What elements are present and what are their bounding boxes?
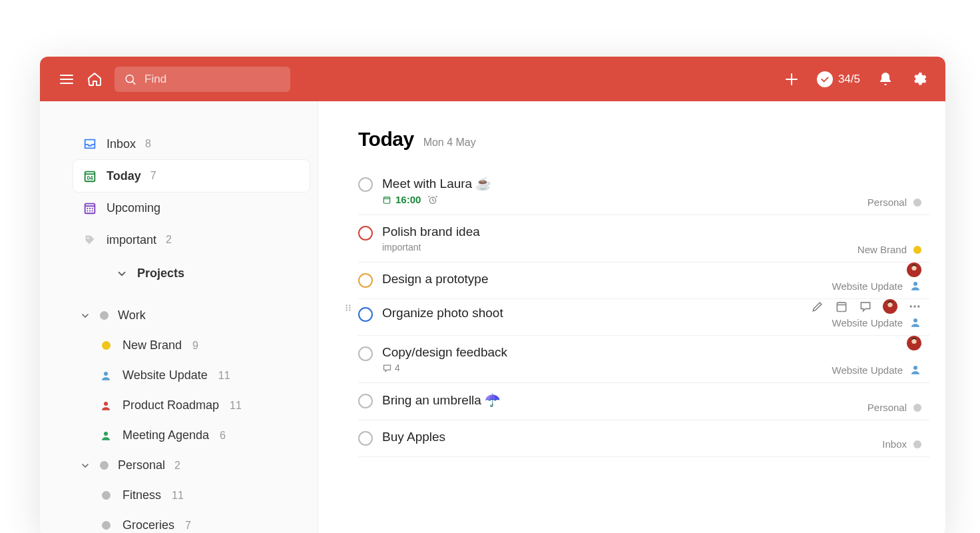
gear-icon[interactable] [911, 71, 927, 87]
sidebar-item-important[interactable]: important 2 [73, 224, 310, 256]
svg-point-19 [104, 372, 108, 376]
group-label: Personal [118, 458, 165, 472]
task-checkbox[interactable] [358, 273, 373, 288]
sidebar-item-inbox[interactable]: Inbox 8 [73, 128, 310, 160]
check-circle-icon [817, 71, 833, 87]
app-header: 34/5 [40, 57, 945, 101]
task-row[interactable]: Organize photo shoot Website Update [358, 299, 929, 336]
project-dot-icon [100, 520, 112, 532]
task-row[interactable]: Design a prototype Website Update [358, 263, 929, 299]
project-count: 6 [220, 430, 226, 442]
task-checkbox[interactable] [358, 394, 373, 408]
task-row[interactable]: Copy/design feedback 4 Website Update [358, 336, 929, 383]
svg-text:04: 04 [87, 175, 93, 181]
alarm-icon [427, 195, 438, 205]
drag-handle-icon[interactable] [344, 303, 353, 315]
nav-count: 7 [150, 170, 156, 182]
search-icon [124, 72, 136, 87]
task-project-chip[interactable]: Personal [867, 402, 921, 413]
home-icon[interactable] [87, 71, 103, 87]
task-project-chip[interactable]: Website Update [832, 280, 921, 292]
productivity-score[interactable]: 34/5 [817, 71, 860, 87]
project-dot-icon [913, 246, 921, 254]
sidebar: Inbox 8 04 Today 7 Upcoming [40, 101, 318, 533]
sidebar-item-today[interactable]: 04 Today 7 [73, 160, 310, 192]
project-dot-icon [913, 404, 921, 412]
task-title: Polish brand idea [382, 225, 929, 239]
schedule-icon[interactable] [835, 300, 848, 313]
search-box[interactable] [115, 67, 290, 92]
svg-line-27 [429, 196, 430, 197]
menu-icon[interactable] [59, 71, 75, 87]
task-row[interactable]: Meet with Laura ☕ 16:00 Personal [358, 167, 929, 215]
search-input[interactable] [144, 73, 281, 86]
person-icon [909, 316, 921, 328]
task-project-chip[interactable]: New Brand [858, 244, 921, 255]
sidebar-project-product-roadmap[interactable]: Product Roadmap 11 [80, 390, 318, 420]
project-count: 11 [230, 400, 242, 412]
projects-section-header[interactable]: Projects [73, 256, 310, 287]
more-icon[interactable] [908, 300, 921, 313]
task-project-chip[interactable]: Website Update [832, 364, 921, 376]
project-label: Website Update [122, 368, 208, 382]
bell-icon[interactable] [877, 71, 893, 87]
project-dot-icon [100, 461, 109, 470]
svg-line-26 [433, 200, 434, 201]
task-project-chip[interactable]: Inbox [882, 438, 921, 450]
nav-label: important [107, 233, 156, 247]
sidebar-project-groceries[interactable]: Groceries 7 [80, 510, 318, 533]
project-count: 11 [172, 490, 184, 502]
task-row[interactable]: Buy Apples Inbox [358, 420, 929, 457]
svg-point-31 [346, 304, 348, 306]
svg-line-4 [132, 81, 135, 84]
task-title: Bring an umbrella ☂️ [382, 392, 929, 408]
svg-point-42 [917, 305, 919, 307]
task-checkbox[interactable] [358, 346, 373, 361]
project-dot-icon [100, 311, 109, 320]
svg-point-35 [346, 309, 348, 310]
sidebar-project-fitness[interactable]: Fitness 11 [80, 480, 318, 510]
task-project-chip[interactable]: Website Update [832, 316, 921, 328]
page-date: Mon 4 May [423, 137, 476, 149]
avatar [883, 299, 897, 314]
nav-count: 8 [145, 138, 151, 150]
sidebar-project-new-brand[interactable]: New Brand 9 [80, 330, 318, 360]
sidebar-project-website-update[interactable]: Website Update 11 [80, 360, 318, 390]
edit-icon[interactable] [811, 300, 824, 313]
chevron-down-icon [80, 310, 91, 321]
calendar-today-icon: 04 [83, 169, 97, 183]
task-row[interactable]: Polish brand idea important New Brand [358, 215, 929, 263]
task-checkbox[interactable] [358, 431, 373, 446]
task-checkbox[interactable] [358, 307, 373, 322]
person-icon [909, 280, 921, 292]
comment-icon [382, 363, 392, 373]
svg-point-32 [349, 304, 350, 306]
task-checkbox[interactable] [358, 177, 373, 192]
inbox-icon [83, 137, 97, 151]
task-project-chip[interactable]: Personal [867, 197, 921, 208]
group-count: 2 [174, 460, 180, 472]
person-icon [909, 364, 921, 376]
project-dot-icon [913, 199, 921, 207]
svg-point-34 [349, 307, 350, 308]
project-label: Meeting Agenda [122, 428, 209, 442]
comment-icon[interactable] [859, 300, 872, 313]
task-title: Copy/design feedback [382, 345, 929, 360]
add-icon[interactable] [784, 71, 800, 87]
nav-label: Today [107, 169, 141, 183]
sidebar-project-meeting-agenda[interactable]: Meeting Agenda 6 [80, 420, 318, 450]
project-group-personal[interactable]: Personal 2 [60, 450, 318, 480]
svg-line-28 [436, 196, 437, 197]
task-checkbox[interactable] [358, 226, 373, 241]
sidebar-item-upcoming[interactable]: Upcoming [73, 192, 310, 224]
project-dot-icon [100, 340, 112, 352]
avatar [907, 336, 921, 350]
svg-point-40 [910, 305, 912, 307]
chevron-down-icon [116, 268, 128, 280]
task-row[interactable]: Bring an umbrella ☂️ Personal [358, 383, 929, 420]
task-title: Meet with Laura ☕ [382, 176, 929, 191]
nav-label: Inbox [107, 137, 136, 151]
page-title-row: Today Mon 4 May [358, 128, 929, 151]
project-group-work[interactable]: Work [60, 300, 318, 330]
app-window: 34/5 Inbox 8 [40, 57, 945, 533]
